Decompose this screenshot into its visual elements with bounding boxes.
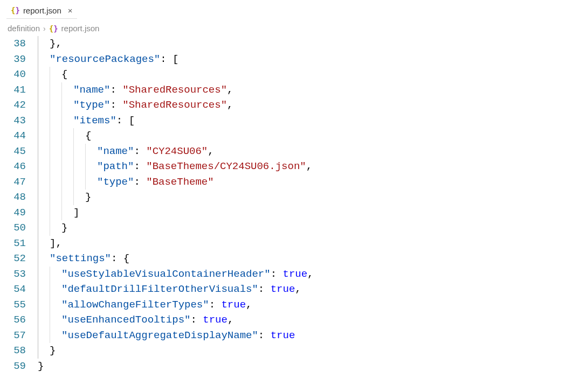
code-content[interactable]: },"resourcePackages": [{"name": "SharedR… bbox=[38, 36, 565, 374]
line-number: 56 bbox=[3, 312, 26, 328]
line-number: 53 bbox=[3, 267, 26, 282]
line-number: 46 bbox=[3, 159, 26, 174]
code-line[interactable]: "useEnhancedTooltips": true, bbox=[38, 312, 565, 328]
code-editor[interactable]: 3839404142434445464748495051525354555657… bbox=[0, 36, 565, 374]
code-line[interactable]: "type": "BaseTheme" bbox=[38, 174, 565, 190]
code-line[interactable]: "defaultDrillFilterOtherVisuals": true, bbox=[38, 282, 565, 297]
line-number: 55 bbox=[3, 297, 26, 313]
code-line[interactable]: "path": "BaseThemes/CY24SU06.json", bbox=[38, 159, 565, 174]
code-line[interactable]: { bbox=[38, 128, 565, 144]
code-line[interactable]: { bbox=[38, 67, 565, 82]
line-number: 44 bbox=[3, 128, 26, 144]
line-number: 49 bbox=[3, 205, 26, 221]
tab-report-json[interactable]: {} report.json × bbox=[6, 3, 77, 19]
tab-bar: {} report.json × bbox=[0, 0, 565, 22]
code-line[interactable]: "useDefaultAggregateDisplayName": true bbox=[38, 328, 565, 344]
code-line[interactable]: "type": "SharedResources", bbox=[38, 97, 565, 113]
breadcrumb-folder[interactable]: definition bbox=[8, 24, 40, 33]
tab-filename: report.json bbox=[23, 6, 61, 15]
line-number: 45 bbox=[3, 144, 26, 159]
code-line[interactable]: } bbox=[38, 359, 565, 374]
line-number: 38 bbox=[3, 36, 26, 52]
breadcrumb[interactable]: definition › {} report.json bbox=[0, 22, 565, 36]
line-number: 58 bbox=[3, 343, 26, 359]
line-number: 50 bbox=[3, 220, 26, 236]
json-file-icon: {} bbox=[11, 6, 20, 15]
line-number: 39 bbox=[3, 52, 26, 67]
code-line[interactable]: "name": "SharedResources", bbox=[38, 82, 565, 98]
code-line[interactable]: "items": [ bbox=[38, 113, 565, 129]
code-line[interactable]: ], bbox=[38, 236, 565, 251]
breadcrumb-file[interactable]: report.json bbox=[61, 24, 100, 33]
code-line[interactable]: "name": "CY24SU06", bbox=[38, 144, 565, 159]
line-number: 57 bbox=[3, 328, 26, 344]
json-file-icon: {} bbox=[49, 24, 58, 33]
close-icon[interactable]: × bbox=[68, 6, 73, 15]
code-line[interactable]: }, bbox=[38, 36, 565, 52]
line-number: 43 bbox=[3, 113, 26, 129]
code-line[interactable]: "resourcePackages": [ bbox=[38, 52, 565, 67]
code-line[interactable]: "allowChangeFilterTypes": true, bbox=[38, 297, 565, 313]
line-number: 51 bbox=[3, 236, 26, 251]
line-number: 48 bbox=[3, 190, 26, 205]
line-number: 59 bbox=[3, 359, 26, 374]
code-line[interactable]: "settings": { bbox=[38, 251, 565, 267]
code-line[interactable]: } bbox=[38, 190, 565, 205]
line-number: 54 bbox=[3, 282, 26, 297]
line-number: 47 bbox=[3, 174, 26, 190]
code-line[interactable]: } bbox=[38, 343, 565, 359]
line-number: 41 bbox=[3, 82, 26, 98]
line-number: 40 bbox=[3, 67, 26, 82]
line-number-gutter: 3839404142434445464748495051525354555657… bbox=[3, 36, 38, 374]
line-number: 42 bbox=[3, 97, 26, 113]
code-line[interactable]: "useStylableVisualContainerHeader": true… bbox=[38, 267, 565, 282]
code-line[interactable]: } bbox=[38, 220, 565, 236]
chevron-right-icon: › bbox=[43, 24, 46, 33]
code-line[interactable]: ] bbox=[38, 205, 565, 221]
line-number: 52 bbox=[3, 251, 26, 267]
